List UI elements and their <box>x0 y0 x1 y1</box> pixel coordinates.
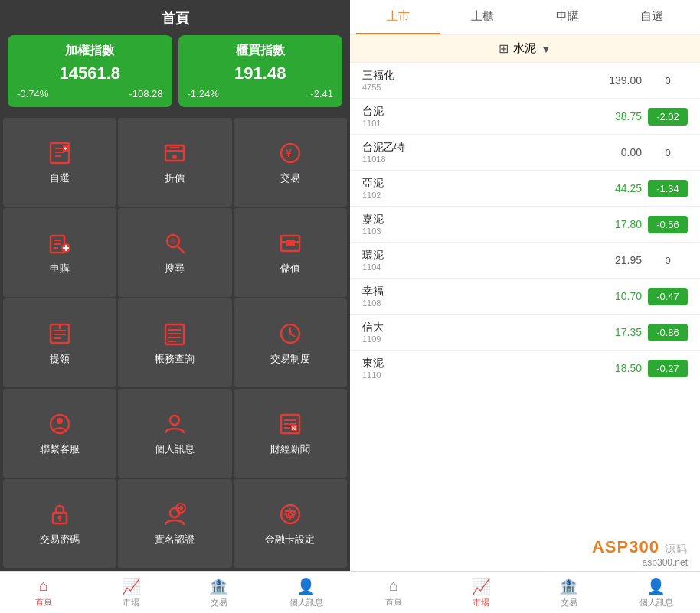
nav-home-label: 首頁 <box>35 596 52 608</box>
menu-item-zhejia[interactable]: 折價 <box>118 118 231 207</box>
table-row[interactable]: 台泥乙特 11018 0.00 0 <box>350 135 700 171</box>
stock-info: 亞泥 1102 <box>362 177 596 200</box>
index-card-1[interactable]: 加權指數 14561.8 -0.74% -108.28 <box>8 35 172 107</box>
stock-price: 38.75 <box>596 110 642 122</box>
news-icon: N <box>276 410 304 438</box>
right-nav-market-label: 市場 <box>473 597 489 608</box>
svg-point-52 <box>170 508 179 517</box>
menu-item-support[interactable]: 聯繫客服 <box>3 389 116 478</box>
index2-change: -2.41 <box>310 88 333 99</box>
table-row[interactable]: 嘉泥 1103 17.80 -0.56 <box>350 207 700 243</box>
menu-label-account: 帳務查詢 <box>155 352 195 366</box>
menu-item-chuzhi[interactable]: 儲值 <box>234 208 347 297</box>
left-panel: 首頁 加權指數 14561.8 -0.74% -108.28 櫃買指數 191.… <box>0 0 350 613</box>
table-row[interactable]: 台泥 1101 38.75 -2.02 <box>350 99 700 135</box>
stock-price: 18.50 <box>596 362 642 374</box>
right-nav-home[interactable]: ⌂ 首頁 <box>350 572 437 613</box>
stock-change: 0 <box>648 72 688 90</box>
menu-item-password[interactable]: 交易密碼 <box>3 479 116 568</box>
stock-info: 幸福 1108 <box>362 285 596 308</box>
market-icon: 📈 <box>122 577 141 595</box>
nav-market[interactable]: 📈 市場 <box>87 572 175 613</box>
stock-price: 17.80 <box>596 218 642 230</box>
menu-item-account[interactable]: 帳務查詢 <box>118 298 231 387</box>
menu-label-chuzhi: 儲值 <box>280 262 300 276</box>
nav-trade[interactable]: 🏦 交易 <box>175 572 263 613</box>
right-nav-trade[interactable]: 🏦 交易 <box>525 572 613 613</box>
stock-code: 1102 <box>362 191 596 200</box>
bottom-nav-right: ⌂ 首頁 📈 市場 🏦 交易 👤 個人訊息 <box>350 571 700 613</box>
menu-item-news[interactable]: N 財經新聞 <box>234 389 347 478</box>
svg-point-39 <box>289 332 292 335</box>
table-row[interactable]: 信大 1109 17.35 -0.86 <box>350 315 700 351</box>
stock-name: 台泥 <box>362 105 596 119</box>
table-row[interactable]: 東泥 1110 18.50 -0.27 <box>350 351 700 386</box>
nav-home[interactable]: ⌂ 首頁 <box>0 572 87 613</box>
menu-item-jiaoyi[interactable]: ¥ 交易 <box>234 118 347 207</box>
stock-price: 21.95 <box>596 254 642 266</box>
tab-watchlist[interactable]: 自選 <box>610 0 694 34</box>
tab-listed[interactable]: 上市 <box>356 0 440 34</box>
watermark-area: ASP300 源码 asp300.net <box>350 534 700 571</box>
menu-label-news: 財經新聞 <box>270 442 310 456</box>
discount-icon <box>161 139 188 167</box>
stock-name: 三福化 <box>362 69 596 83</box>
svg-point-42 <box>170 416 179 425</box>
sector-bar[interactable]: ⊞ 水泥 ▼ <box>350 35 700 63</box>
stock-info: 東泥 1110 <box>362 357 596 380</box>
watermark-suffix: 源码 <box>665 543 688 555</box>
table-row[interactable]: 幸福 1108 10.70 -0.47 <box>350 279 700 315</box>
index2-changes: -1.24% -2.41 <box>188 88 334 99</box>
menu-item-card[interactable]: 金融卡設定 <box>234 479 347 568</box>
stock-name: 環泥 <box>362 249 596 262</box>
tab-otc[interactable]: 上櫃 <box>440 0 525 34</box>
table-row[interactable]: 環泥 1104 21.95 0 <box>350 243 700 279</box>
watermark-brand: ASP300 源码 <box>362 537 688 557</box>
menu-grid: + 自選 折價 ¥ <box>0 115 350 571</box>
right-nav-home-label: 首頁 <box>385 596 402 608</box>
menu-label-jiaoyi: 交易 <box>280 171 300 185</box>
lock-icon <box>46 501 74 528</box>
svg-point-57 <box>288 513 292 517</box>
stock-change: -0.27 <box>648 360 688 377</box>
table-row[interactable]: 亞泥 1102 44.25 -1.34 <box>350 171 700 207</box>
stock-change: 0 <box>648 252 688 269</box>
stock-info: 信大 1109 <box>362 321 596 344</box>
menu-item-zixuan[interactable]: + 自選 <box>3 118 116 207</box>
stock-info: 台泥 1101 <box>362 105 596 128</box>
home-icon: ⌂ <box>39 577 48 595</box>
index1-value: 14561.8 <box>17 64 163 83</box>
menu-label-zixuan: 自選 <box>50 171 70 185</box>
menu-item-tiling[interactable]: 提領 <box>3 298 116 387</box>
stock-price: 17.35 <box>596 326 642 338</box>
right-nav-profile[interactable]: 👤 個人訊息 <box>613 572 700 613</box>
stock-price: 44.25 <box>596 182 642 194</box>
svg-point-8 <box>172 155 177 159</box>
menu-item-id[interactable]: 實名認證 <box>118 479 231 568</box>
clock-icon <box>276 320 304 347</box>
stock-code: 1110 <box>362 370 596 380</box>
right-tabs: 上市 上櫃 申購 自選 <box>350 0 700 35</box>
index-card-2[interactable]: 櫃買指數 191.48 -1.24% -2.41 <box>178 35 343 107</box>
index2-title: 櫃買指數 <box>188 43 334 59</box>
tab-apply[interactable]: 申購 <box>525 0 610 34</box>
menu-item-person[interactable]: 個人訊息 <box>118 389 231 478</box>
nav-profile[interactable]: 👤 個人訊息 <box>263 572 350 613</box>
index1-pct: -0.74% <box>17 88 48 99</box>
menu-label-id: 實名認證 <box>155 533 195 546</box>
trade-icon: ¥ <box>276 139 304 167</box>
index1-changes: -0.74% -108.28 <box>17 88 163 99</box>
table-row[interactable]: 三福化 4755 139.00 0 <box>350 63 700 99</box>
right-panel: 上市 上櫃 申購 自選 ⊞ 水泥 ▼ 三福化 4755 139.00 0 台泥 … <box>350 0 700 613</box>
apply-icon <box>46 230 74 257</box>
sector-grid-icon: ⊞ <box>499 41 509 56</box>
stock-info: 台泥乙特 11018 <box>362 141 596 164</box>
menu-item-system[interactable]: 交易制度 <box>234 298 347 387</box>
menu-item-shengou[interactable]: 申購 <box>3 208 116 297</box>
right-nav-market[interactable]: 📈 市場 <box>437 572 525 613</box>
menu-item-sousun[interactable]: 搜尋 <box>118 208 231 297</box>
index2-pct: -1.24% <box>188 88 219 99</box>
menu-label-support: 聯繫客服 <box>40 442 80 456</box>
stock-code: 11018 <box>362 155 596 164</box>
trade-right-icon: 🏦 <box>559 577 578 595</box>
